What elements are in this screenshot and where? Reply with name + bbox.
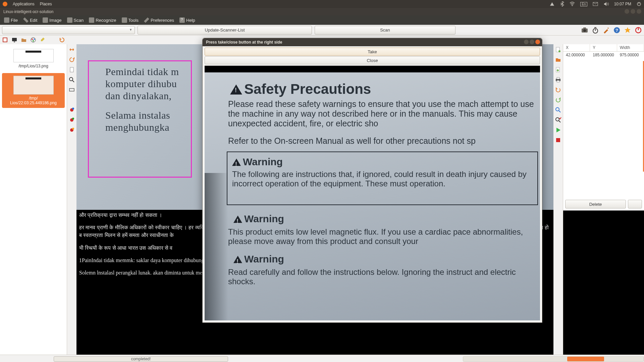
scan-icon (67, 17, 72, 23)
settings-tools-icon[interactable] (602, 26, 610, 34)
new-doc-icon[interactable] (555, 46, 561, 53)
menu-preferences-label: Preferences (151, 18, 174, 23)
power-quit-icon[interactable] (635, 26, 642, 34)
svg-point-1 (572, 5, 573, 6)
print-icon[interactable] (555, 76, 561, 83)
open-doc-icon[interactable] (555, 56, 561, 63)
spellcheck-icon[interactable] (555, 117, 561, 123)
coord-w-value: 975.00000 (617, 52, 644, 59)
broom-icon[interactable] (40, 37, 46, 43)
display-icon[interactable] (11, 37, 17, 43)
delete-button[interactable]: Delete (565, 200, 626, 208)
svg-rect-14 (12, 38, 17, 41)
menu-tools[interactable]: Tools (120, 17, 141, 23)
bluetooth-icon[interactable] (560, 1, 564, 7)
take-button-label: Take (368, 49, 377, 54)
fit-width-icon[interactable] (68, 86, 75, 93)
document-icon[interactable] (68, 66, 75, 73)
thumbnail-item-active[interactable]: /tmp/ Lios/22:03:25.449186.png (2, 73, 65, 108)
file-icon (4, 17, 9, 23)
screenshot-icon[interactable] (581, 26, 588, 34)
take-button[interactable]: Take (205, 48, 540, 56)
col-width[interactable]: Width (617, 44, 644, 51)
scan-button[interactable]: Scan (315, 26, 455, 35)
menu-edit[interactable]: Edit (21, 17, 39, 23)
toolbar-help-icon[interactable]: ? (613, 26, 621, 34)
col-x[interactable]: X (563, 44, 590, 51)
dialog-maximize-icon[interactable] (530, 40, 534, 44)
find-icon[interactable] (555, 107, 561, 113)
update-notifier-icon[interactable] (549, 2, 555, 6)
mail-icon[interactable] (593, 2, 598, 6)
pdf-icon[interactable] (2, 37, 8, 43)
flip-horizontal-icon[interactable] (68, 46, 75, 53)
thumbnail-path-line1: /tmp/ (5, 96, 62, 101)
image-icon (43, 17, 48, 23)
ubuntu-logo-icon[interactable] (3, 2, 7, 6)
progress-label: completed! (131, 357, 151, 361)
menu-preferences[interactable]: Preferences (142, 17, 176, 23)
power-icon[interactable] (637, 2, 641, 6)
col-y[interactable]: Y (590, 44, 617, 51)
window-close-icon[interactable] (637, 9, 641, 14)
clock[interactable]: 10:07 PM (614, 2, 631, 6)
keyboard-layout-indicator[interactable]: En (580, 2, 587, 6)
menu-edit-label: Edit (30, 18, 37, 23)
dialog-titlebar[interactable]: Press take/close button at the right sid… (203, 38, 542, 46)
stop-icon[interactable] (555, 137, 561, 143)
window-titlebar[interactable]: Linux-intelligent-ocr-solution (0, 8, 644, 15)
menu-file-label: File (11, 18, 18, 23)
menu-image[interactable]: Image (41, 17, 63, 23)
svg-point-28 (72, 128, 74, 130)
places-menu[interactable]: Places (40, 2, 52, 6)
play-icon[interactable] (555, 127, 561, 133)
applications-menu[interactable]: Applications (13, 2, 35, 6)
delete-adjacent-button[interactable] (628, 200, 642, 208)
wifi-icon[interactable] (570, 2, 575, 6)
warning-triangle-icon (232, 159, 241, 166)
svg-rect-6 (583, 27, 586, 29)
dialog-title-text: Press take/close button at the right sid… (206, 40, 282, 45)
warning-triangle-icon (233, 216, 242, 223)
close-button[interactable]: Close (205, 56, 540, 64)
svg-point-36 (556, 118, 559, 121)
dialog-close-icon[interactable] (535, 40, 540, 44)
take-close-dialog[interactable]: Press take/close button at the right sid… (202, 38, 542, 323)
redo-icon[interactable] (555, 97, 561, 103)
menu-file[interactable]: File (2, 17, 20, 23)
volume-icon[interactable] (603, 2, 609, 6)
zoom-icon[interactable] (68, 76, 75, 83)
menu-recognize[interactable]: Recognize (87, 17, 118, 23)
color-wheel-icon[interactable] (30, 37, 36, 43)
record-red-icon[interactable] (68, 107, 75, 113)
svg-rect-15 (14, 42, 15, 42)
rotate-left-icon[interactable] (68, 56, 75, 63)
star-icon[interactable] (624, 26, 631, 34)
text-tool-strip (553, 44, 563, 355)
rotate-right-icon[interactable] (59, 37, 65, 43)
menu-help[interactable]: Help (177, 17, 197, 23)
svg-rect-38 (556, 138, 560, 142)
svg-marker-0 (550, 2, 554, 6)
timer-icon[interactable] (592, 26, 599, 34)
thumbnail-item[interactable]: /tmp/Lios/13.png (2, 46, 65, 71)
svg-point-19 (33, 40, 34, 42)
dialog-minimize-icon[interactable] (524, 40, 529, 44)
svg-point-21 (69, 77, 73, 81)
record-blue-icon[interactable] (68, 127, 75, 133)
horizontal-scrollbar[interactable] (463, 356, 644, 362)
scanner-select[interactable] (2, 26, 135, 34)
folder-icon[interactable] (21, 37, 27, 43)
record-green-icon[interactable] (68, 117, 75, 123)
preview-paragraph: Refer to the On-screen Manual as well fo… (228, 136, 537, 146)
undo-icon[interactable] (555, 86, 561, 93)
close-button-label: Close (367, 58, 378, 63)
menu-scan[interactable]: Scan (65, 17, 86, 23)
scrollbar-thumb[interactable] (567, 357, 604, 361)
window-minimize-icon[interactable] (625, 9, 629, 14)
window-maximize-icon[interactable] (631, 9, 635, 14)
coord-row[interactable]: 42.000000 185.000000 975.00000 (563, 52, 644, 59)
preview-warning-text: Read carefully and follow the instructio… (228, 267, 537, 286)
save-doc-icon[interactable] (555, 66, 561, 73)
update-scanner-list-button[interactable]: Update-Scanner-List (138, 26, 312, 35)
